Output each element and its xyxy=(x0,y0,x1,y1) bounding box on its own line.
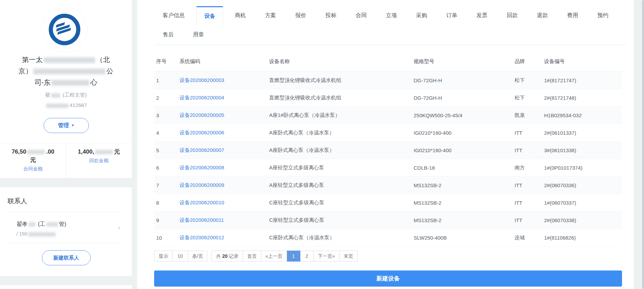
equipment-code-link[interactable]: 设备202006200007 xyxy=(180,147,269,154)
cell-name: 直燃型溴化锂吸收式冷温水机组 xyxy=(269,77,414,84)
manage-dropdown-button[interactable]: 管理▼ xyxy=(44,118,89,133)
payment-amount-link[interactable]: 回款金额 xyxy=(89,158,108,164)
redacted-text xyxy=(95,150,113,154)
equipment-code-link[interactable]: 设备202006200008 xyxy=(180,165,269,171)
tab-bidding[interactable]: 投标 xyxy=(325,12,336,19)
equipment-code-link[interactable]: 设备202006200009 xyxy=(180,182,269,189)
cell-spec: DG-72GH-H xyxy=(414,77,515,83)
table-row: 10 设备202006200012 C座卧式离心泵（冷温水泵） SLW250-4… xyxy=(154,229,622,246)
page-number-1[interactable]: 1 xyxy=(287,251,300,262)
table-row: 7 设备202006200009 A座轻型立式多级离心泵 MS132SB-2 I… xyxy=(154,177,622,194)
cell-name: A座卧式离心泵（冷温水泵） xyxy=(269,147,414,154)
cell-devno: 2#(06101337) xyxy=(544,130,622,136)
cell-name: C座轻型立式多级离心泵 xyxy=(269,200,414,206)
cell-spec: MS132SB-2 xyxy=(414,217,515,223)
redacted-text xyxy=(46,104,69,108)
table-row: 3 设备202006200005 A座1#卧式离心泵（冷温水泵） 250KQW5… xyxy=(154,107,622,124)
cell-name: 直燃型溴化锂吸收式冷温水机组 xyxy=(269,95,414,101)
cell-devno: 2#(81721748) xyxy=(544,95,622,101)
scrollbar-track xyxy=(634,0,644,289)
sidebar: 第一太（北 京）公 司-东心 翟 (工程主管) 412687 管理▼ 76,50… xyxy=(0,0,137,289)
tabs-row-1: 客户信息 设备 商机 方案 报价 投标 合同 立项 采购 订单 发票 回款 退款… xyxy=(154,6,627,25)
tabs-row-2: 售后 用章 xyxy=(154,25,627,45)
page-size-show-label: 显示 xyxy=(154,251,173,262)
payment-amount-stat: 1,400,元 回款金额 xyxy=(66,144,132,178)
equipment-code-link[interactable]: 设备202006200006 xyxy=(180,130,269,136)
table-row: 2 设备202006200004 直燃型溴化锂吸收式冷温水机组 DG-72GH-… xyxy=(154,89,622,107)
cell-spec: IG0210*160-400 xyxy=(414,147,515,153)
tab-refund[interactable]: 退款 xyxy=(537,12,548,19)
customer-profile-card: 第一太（北 京）公 司-东心 翟 (工程主管) 412687 管理▼ 76,50… xyxy=(0,0,132,178)
contract-amount-stat: 76,50.00 元 合同金额 xyxy=(0,144,66,178)
scrollbar-thumb[interactable] xyxy=(642,0,644,289)
cell-spec: MS132SB-2 xyxy=(414,200,515,206)
redacted-text xyxy=(28,222,35,227)
table-row: 8 设备202006200010 C座轻型立式多级离心泵 MS132SB-2 I… xyxy=(154,194,622,212)
tab-procurement[interactable]: 采购 xyxy=(416,12,427,19)
cell-devno: 2#(06070338) xyxy=(544,217,622,223)
cell-index: 6 xyxy=(156,165,180,171)
owner-phone: 412687 xyxy=(0,102,132,108)
tab-seal[interactable]: 用章 xyxy=(193,31,204,38)
payment-amount-value: 1,400,元 xyxy=(66,148,132,156)
cell-brand: ITT xyxy=(515,200,544,206)
tab-aftersales[interactable]: 售后 xyxy=(163,31,174,38)
last-page-button[interactable]: 末页 xyxy=(340,251,358,262)
company-logo xyxy=(42,7,87,52)
contact-list-item[interactable]: 翟孝 (工管) / 150 › xyxy=(8,216,122,242)
cell-brand: ITT xyxy=(515,217,544,223)
tab-equipment[interactable]: 设备 xyxy=(196,6,223,26)
cell-brand: 南方 xyxy=(515,165,544,171)
pagination-bar: 显示 10 条/页 共20记录 首页 «上一页 1 2 下一页» 末页 xyxy=(154,251,358,262)
new-contact-button[interactable]: 新建联系人 xyxy=(42,250,91,265)
cell-name: A座卧式离心泵（冷温水泵） xyxy=(269,130,414,136)
equipment-code-link[interactable]: 设备202006200004 xyxy=(180,95,269,101)
equipment-code-link[interactable]: 设备202006200012 xyxy=(180,234,269,241)
redacted-text xyxy=(44,57,95,63)
table-row: 5 设备202006200007 A座卧式离心泵（冷温水泵） IG0210*16… xyxy=(154,142,622,159)
new-equipment-button[interactable]: 新建设备 xyxy=(154,270,622,287)
prev-page-button[interactable]: «上一页 xyxy=(261,251,287,262)
contacts-card: 联系人 翟孝 (工管) / 150 › 新建联系人 xyxy=(0,187,132,276)
customer-detail-page: 第一太（北 京）公 司-东心 翟 (工程主管) 412687 管理▼ 76,50… xyxy=(0,0,644,289)
equipment-code-link[interactable]: 设备202006200010 xyxy=(180,200,269,206)
tab-payment[interactable]: 回款 xyxy=(507,12,518,19)
first-page-button[interactable]: 首页 xyxy=(243,251,261,262)
equipment-code-link[interactable]: 设备202006200003 xyxy=(180,77,269,84)
tab-quotation[interactable]: 报价 xyxy=(295,12,306,19)
cell-spec: 250KQW500-25-45/4 xyxy=(414,112,515,118)
tab-contract[interactable]: 合同 xyxy=(356,12,367,19)
col-header-index: 序号 xyxy=(156,58,180,65)
tab-invoice[interactable]: 发票 xyxy=(476,12,487,19)
next-card-edge xyxy=(0,285,132,289)
detail-tabbar: 客户信息 设备 商机 方案 报价 投标 合同 立项 采购 订单 发票 回款 退款… xyxy=(154,6,627,45)
tab-appointment[interactable]: 预约 xyxy=(597,12,608,19)
tab-opportunity[interactable]: 商机 xyxy=(235,12,246,19)
contacts-section-title: 联系人 xyxy=(8,197,27,206)
equipment-table: 序号 系统编码 设备名称 规格型号 品牌 设备编号 1 设备2020062000… xyxy=(154,51,622,246)
next-page-button[interactable]: 下一页» xyxy=(314,251,340,262)
tab-order[interactable]: 订单 xyxy=(446,12,457,19)
col-header-code: 系统编码 xyxy=(180,58,269,65)
cell-spec: SLW250-400B xyxy=(414,235,515,241)
cell-devno: 1#(81721747) xyxy=(544,77,622,83)
tab-plan[interactable]: 方案 xyxy=(265,12,276,19)
contract-amount-link[interactable]: 合同金额 xyxy=(23,166,43,172)
col-header-name: 设备名称 xyxy=(269,58,414,65)
equipment-code-link[interactable]: 设备202006200005 xyxy=(180,112,269,119)
cell-brand: ITT xyxy=(515,147,544,153)
cell-index: 10 xyxy=(156,235,180,241)
redacted-text xyxy=(28,232,56,237)
page-number-2[interactable]: 2 xyxy=(300,251,314,262)
contract-amount-value: 76,50.00 元 xyxy=(0,148,66,164)
cell-index: 7 xyxy=(156,182,180,188)
cell-brand: 凯泉 xyxy=(515,112,544,119)
owner-name-title: 翟 (工程主管) xyxy=(0,92,132,98)
tab-project[interactable]: 立项 xyxy=(386,12,397,19)
tab-customer-info[interactable]: 客户信息 xyxy=(163,12,185,19)
tab-expense[interactable]: 费用 xyxy=(567,12,578,19)
page-size-input[interactable]: 10 xyxy=(173,251,188,262)
equipment-code-link[interactable]: 设备202006200011 xyxy=(180,217,269,224)
cell-brand: ITT xyxy=(515,182,544,188)
redacted-text xyxy=(46,222,58,227)
